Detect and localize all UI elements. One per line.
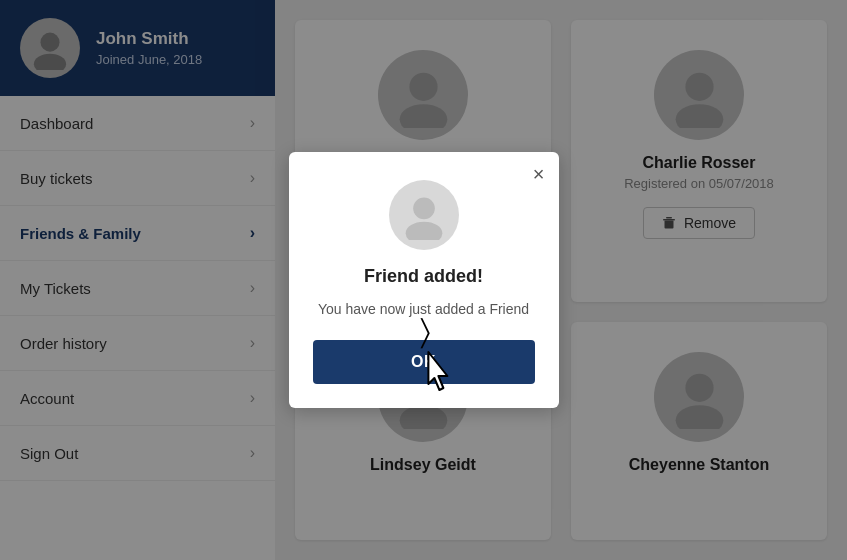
friend-added-modal: × Friend added! You have now just added …: [289, 152, 559, 408]
modal-title: Friend added!: [364, 266, 483, 287]
svg-point-14: [405, 222, 442, 240]
close-button[interactable]: ×: [533, 164, 545, 184]
svg-point-13: [413, 198, 435, 220]
modal-overlay: × Friend added! You have now just added …: [0, 0, 847, 560]
modal-message: You have now just added a Friend: [318, 299, 529, 320]
ok-button[interactable]: OK: [313, 340, 535, 384]
modal-avatar: [389, 180, 459, 250]
